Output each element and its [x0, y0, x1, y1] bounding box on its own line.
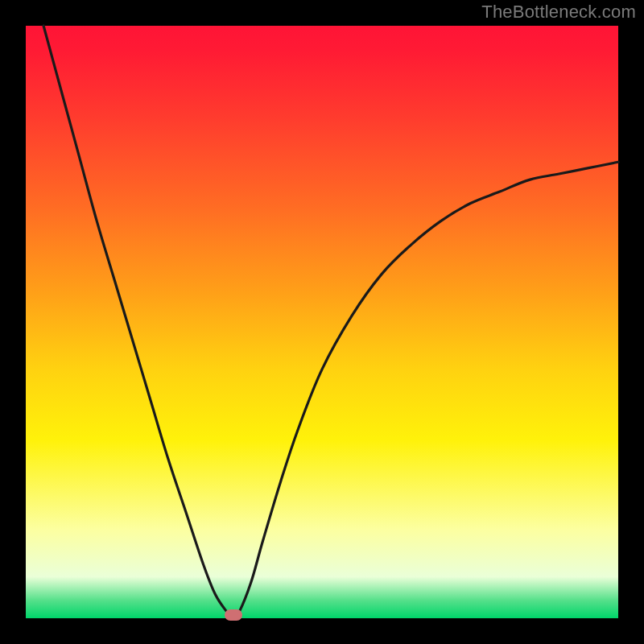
bottleneck-curve	[26, 26, 618, 618]
watermark-text: TheBottleneck.com	[481, 2, 636, 23]
plot-area	[26, 26, 618, 618]
optimal-point-marker	[225, 609, 242, 621]
chart-frame: TheBottleneck.com	[0, 0, 644, 644]
